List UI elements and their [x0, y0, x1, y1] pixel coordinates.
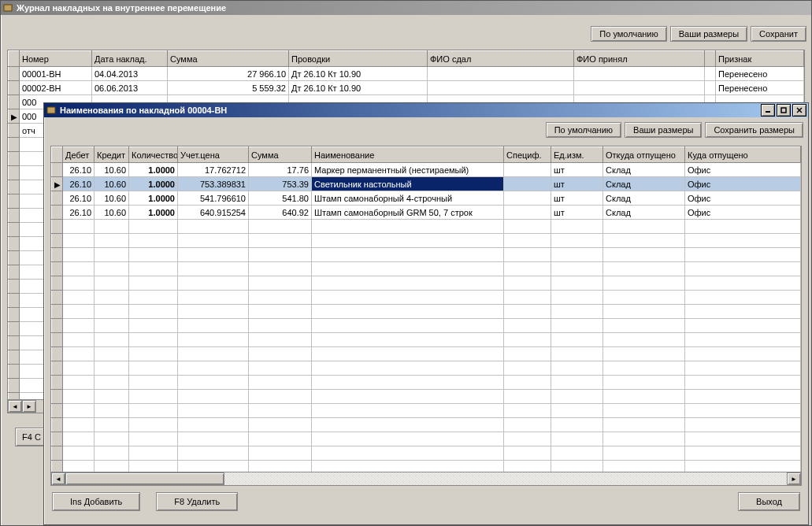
your-sizes-button[interactable]: Ваши размеры	[625, 122, 702, 138]
cell-postings: Дт 26.10 Кт 10.90	[289, 81, 428, 95]
col-postings[interactable]: Проводки	[289, 51, 428, 67]
journal-hscroll[interactable]: ◄ ►	[8, 399, 46, 413]
col-unit[interactable]: Ед.изм.	[551, 147, 603, 163]
col-date[interactable]: Дата наклад.	[92, 51, 168, 67]
cell-to: Офис	[685, 163, 801, 177]
col-flag[interactable]: Признак	[716, 51, 804, 67]
cell-debit: 26.10	[63, 163, 95, 177]
scroll-left-icon[interactable]: ◄	[51, 472, 65, 485]
table-row[interactable]	[52, 291, 801, 305]
col-credit[interactable]: Кредит	[95, 147, 129, 163]
table-row[interactable]: 00002-ВН06.06.20135 559.32Дт 26.10 Кт 10…	[9, 81, 804, 95]
scroll-right-icon[interactable]: ►	[787, 472, 801, 485]
scroll-left-icon[interactable]: ◄	[8, 400, 22, 413]
detail-bottom-bar: Ins Добавить F8 Удалить Выход	[44, 486, 808, 517]
table-row[interactable]	[52, 276, 801, 291]
col-price[interactable]: Учет.цена	[178, 147, 249, 163]
add-button[interactable]: Ins Добавить	[52, 492, 140, 511]
cell-spec	[504, 163, 551, 177]
row-header: ▶	[52, 177, 63, 191]
journal-title: Журнал накладных на внутреннее перемещен…	[17, 3, 226, 13]
cell-blank	[705, 67, 716, 81]
row-header	[9, 81, 20, 95]
row-header	[52, 163, 63, 177]
table-row[interactable]	[52, 248, 801, 262]
table-row[interactable]: 00001-ВН04.04.201327 966.10Дт 26.10 Кт 1…	[9, 67, 804, 81]
table-row[interactable]	[52, 220, 801, 234]
minimize-button[interactable]	[761, 104, 775, 117]
cell-price: 640.915254	[178, 206, 249, 220]
cell-number: 00002-ВН	[20, 81, 92, 95]
table-row[interactable]: 26.1010.601.0000640.915254640.92Штамп са…	[52, 206, 801, 220]
table-row[interactable]	[52, 234, 801, 248]
cell-unit: шт	[551, 191, 603, 206]
cell-debit: 26.10	[63, 206, 95, 220]
cell-debit: 26.10	[63, 177, 95, 191]
scroll-track[interactable]	[65, 472, 787, 485]
col-name[interactable]: Наименование	[312, 147, 504, 163]
table-row[interactable]	[52, 404, 801, 418]
detail-titlebar[interactable]: Наименования по накладной 00004-ВН	[44, 103, 808, 117]
col-qty[interactable]: Количество	[129, 147, 178, 163]
table-row[interactable]	[52, 432, 801, 446]
cell-number: 00001-ВН	[20, 67, 92, 81]
scroll-thumb[interactable]	[65, 472, 224, 485]
cell-spec	[504, 206, 551, 220]
table-row[interactable]	[52, 446, 801, 461]
cell-credit: 10.60	[95, 206, 129, 220]
journal-titlebar[interactable]: Журнал накладных на внутреннее перемещен…	[1, 1, 811, 15]
defaults-button[interactable]: По умолчанию	[546, 122, 621, 138]
maximize-button[interactable]	[777, 104, 791, 117]
table-row[interactable]	[52, 305, 801, 319]
journal-header-row: Номер Дата наклад. Сумма Проводки ФИО сд…	[9, 51, 804, 67]
col-blank[interactable]	[705, 51, 716, 67]
your-sizes-button[interactable]: Ваши размеры	[670, 26, 747, 42]
defaults-button[interactable]: По умолчанию	[591, 26, 666, 42]
cell-price: 17.762712	[178, 163, 249, 177]
delete-button[interactable]: F8 Удалить	[156, 492, 238, 511]
row-header	[9, 67, 20, 81]
detail-hscroll[interactable]: ◄ ►	[51, 472, 801, 485]
col-to[interactable]: Куда отпущено	[685, 147, 801, 163]
cell-unit: шт	[551, 163, 603, 177]
col-fio-got[interactable]: ФИО принял	[574, 51, 705, 67]
close-button[interactable]	[792, 104, 806, 117]
table-row[interactable]	[52, 347, 801, 361]
detail-window: Наименования по накладной 00004-ВН По ум…	[43, 102, 809, 525]
cell-blank	[705, 81, 716, 95]
table-row[interactable]: 26.1010.601.000017.76271217.76Маркер пер…	[52, 163, 801, 177]
cell-credit: 10.60	[95, 191, 129, 206]
col-sum[interactable]: Сумма	[249, 147, 312, 163]
cell-price: 753.389831	[178, 177, 249, 191]
col-from[interactable]: Откуда отпущено	[603, 147, 685, 163]
detail-toolbar: По умолчанию Ваши размеры Сохранить разм…	[44, 117, 808, 143]
table-row[interactable]	[52, 418, 801, 432]
cell-date: 06.06.2013	[92, 81, 168, 95]
col-spec[interactable]: Специф.	[504, 147, 551, 163]
table-row[interactable]	[52, 262, 801, 276]
cell-from: Склад	[603, 163, 685, 177]
cell-name: Светильник настольный	[312, 177, 504, 191]
table-row[interactable]	[52, 376, 801, 390]
table-row[interactable]: ▶26.1010.601.0000753.389831753.39Светиль…	[52, 177, 801, 191]
exit-button[interactable]: Выход	[738, 492, 800, 511]
table-row[interactable]	[52, 361, 801, 376]
cell-qty: 1.0000	[129, 163, 178, 177]
save-sizes-button[interactable]: Сохранит	[751, 26, 806, 42]
cell-qty: 1.0000	[129, 191, 178, 206]
save-sizes-button[interactable]: Сохранить размеры	[705, 122, 803, 138]
table-row[interactable]	[52, 390, 801, 404]
cell-credit: 10.60	[95, 163, 129, 177]
scroll-right-icon[interactable]: ►	[22, 400, 36, 413]
col-number[interactable]: Номер	[20, 51, 92, 67]
col-debit[interactable]: Дебет	[63, 147, 95, 163]
detail-grid[interactable]: Дебет Кредит Количество Учет.цена Сумма …	[50, 146, 802, 486]
cell-sum: 753.39	[249, 177, 312, 191]
cell-from: Склад	[603, 191, 685, 206]
table-row[interactable]: 26.1010.601.0000541.796610541.80Штамп са…	[52, 191, 801, 206]
col-fio-gave[interactable]: ФИО сдал	[428, 51, 574, 67]
table-row[interactable]	[52, 333, 801, 347]
svg-rect-1	[47, 107, 55, 113]
table-row[interactable]	[52, 319, 801, 333]
col-sum[interactable]: Сумма	[168, 51, 289, 67]
